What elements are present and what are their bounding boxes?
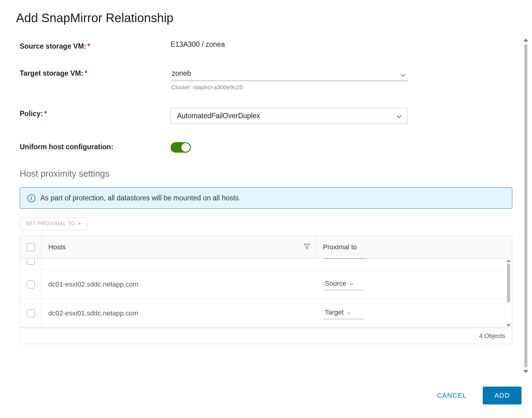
set-proximal-to-button[interactable]: SET PROXIMAL TO xyxy=(20,217,87,230)
row-host-cell: dc02-esxi01.sddc.netapp.com xyxy=(42,309,317,317)
proximal-select[interactable]: Source xyxy=(324,278,364,290)
select-all-checkbox[interactable] xyxy=(27,243,35,251)
chevron-down-icon xyxy=(347,308,351,316)
table-scrollbar[interactable] xyxy=(506,258,511,328)
scroll-down-icon[interactable] xyxy=(523,370,528,373)
required-asterisk: * xyxy=(87,42,90,50)
proximal-column-label: Proximal to xyxy=(323,243,357,251)
source-storage-vm-value: E13A300 / zonea xyxy=(171,40,512,49)
policy-selected: AutomatedFailOverDuplex xyxy=(177,112,260,120)
select-all-header xyxy=(20,236,42,258)
row-proximal-cell: Target xyxy=(317,307,505,319)
row-checkbox-cell xyxy=(20,270,42,299)
policy-label-text: Policy: xyxy=(20,110,43,118)
row-proximal-cell: Source xyxy=(317,278,505,290)
scroll-track[interactable] xyxy=(507,263,510,323)
uniform-host-config-row: Uniform host configuration: xyxy=(20,141,512,153)
proximal-select[interactable]: Target xyxy=(324,307,364,319)
required-asterisk: * xyxy=(44,110,47,118)
scroll-thumb[interactable] xyxy=(524,44,527,368)
dialog-title: Add SnapMirror Relationship xyxy=(1,1,531,37)
chevron-down-icon xyxy=(349,279,354,287)
chevron-down-icon xyxy=(78,223,81,225)
filter-icon[interactable] xyxy=(304,243,310,251)
row-checkbox[interactable] xyxy=(27,309,35,317)
table-body: dc01-esxi02.sddc.netapp.com Source xyxy=(20,258,505,328)
source-storage-vm-label: Source storage VM:* xyxy=(20,40,171,50)
table-footer: 4 Objects xyxy=(20,328,512,344)
uniform-host-config-field xyxy=(171,141,512,153)
add-snapmirror-dialog: Add SnapMirror Relationship Source stora… xyxy=(1,1,531,417)
policy-field: AutomatedFailOverDuplex xyxy=(171,108,512,124)
toggle-knob xyxy=(181,143,190,152)
info-banner: i As part of protection, all datastores … xyxy=(20,187,512,209)
chevron-down-icon xyxy=(396,112,402,120)
policy-select[interactable]: AutomatedFailOverDuplex xyxy=(171,108,408,124)
uniform-host-config-label: Uniform host configuration: xyxy=(20,141,171,151)
chevron-down-icon xyxy=(400,70,406,79)
uniform-host-config-toggle[interactable] xyxy=(171,142,191,153)
policy-row: Policy:* AutomatedFailOverDuplex xyxy=(20,108,512,124)
table-object-count: 4 Objects xyxy=(479,332,505,340)
set-proximal-label: SET PROXIMAL TO xyxy=(26,221,75,227)
info-banner-text: As part of protection, all datastores wi… xyxy=(40,194,241,202)
row-checkbox[interactable] xyxy=(27,280,35,288)
target-storage-vm-selected: zoneb xyxy=(172,69,191,77)
target-label-text: Target storage VM: xyxy=(20,69,83,77)
source-label-text: Source storage VM: xyxy=(20,42,86,50)
hosts-table: Hosts Proximal to xyxy=(20,236,512,344)
dialog-content-wrapper: Source storage VM:* E13A300 / zonea Targ… xyxy=(1,37,531,374)
table-row-partial xyxy=(20,258,505,270)
required-asterisk: * xyxy=(85,69,87,77)
proximal-selected: Target xyxy=(325,308,344,316)
target-storage-vm-select[interactable]: zoneb xyxy=(171,67,408,81)
cancel-button[interactable]: CANCEL xyxy=(431,388,472,403)
target-cluster-helper: Cluster: ntaphci-a300e9u25 xyxy=(171,84,512,91)
table-header: Hosts Proximal to xyxy=(20,236,512,258)
hosts-column-header[interactable]: Hosts xyxy=(42,236,316,258)
row-host-cell xyxy=(42,258,317,270)
row-checkbox-cell xyxy=(20,299,42,328)
cell-select-clipped[interactable] xyxy=(324,258,367,259)
scroll-thumb[interactable] xyxy=(507,263,510,303)
row-checkbox[interactable] xyxy=(27,258,35,265)
host-proximity-heading: Host proximity settings xyxy=(20,169,512,179)
hosts-column-label: Hosts xyxy=(48,243,66,251)
target-storage-vm-label: Target storage VM:* xyxy=(20,67,171,78)
row-checkbox-cell xyxy=(20,258,42,270)
scroll-up-icon[interactable] xyxy=(523,38,528,42)
proximal-selected: Source xyxy=(325,279,346,287)
proximal-column-header[interactable]: Proximal to xyxy=(316,236,512,258)
target-storage-vm-field: zoneb Cluster: ntaphci-a300e9u25 xyxy=(171,67,512,91)
table-body-wrap: dc01-esxi02.sddc.netapp.com Source xyxy=(20,258,512,328)
scroll-down-icon[interactable] xyxy=(506,324,511,327)
scroll-up-icon[interactable] xyxy=(506,259,511,262)
table-row: dc01-esxi02.sddc.netapp.com Source xyxy=(20,270,505,299)
dialog-actions: CANCEL ADD xyxy=(1,374,531,417)
dialog-content: Source storage VM:* E13A300 / zonea Targ… xyxy=(1,37,531,344)
row-host-cell: dc01-esxi02.sddc.netapp.com xyxy=(42,280,317,288)
target-storage-vm-row: Target storage VM:* zoneb Cluster: ntaph… xyxy=(20,67,512,91)
dialog-scrollbar[interactable] xyxy=(522,37,530,374)
info-icon: i xyxy=(27,194,35,202)
policy-label: Policy:* xyxy=(20,108,171,118)
table-row: dc02-esxi01.sddc.netapp.com Target xyxy=(20,299,505,328)
row-proximal-cell xyxy=(317,258,505,270)
source-storage-vm-row: Source storage VM:* E13A300 / zonea xyxy=(20,40,512,50)
add-button[interactable]: ADD xyxy=(483,387,522,404)
